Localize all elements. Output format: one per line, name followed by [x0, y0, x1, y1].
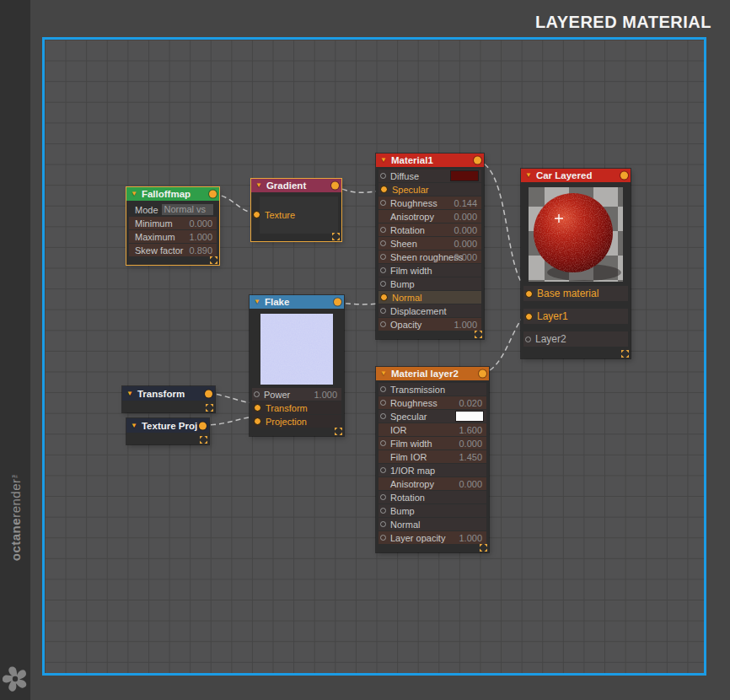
param-row-transform[interactable]: Transform: [252, 401, 341, 414]
input-pin[interactable]: [525, 313, 533, 320]
collapse-triangle-icon[interactable]: ▼: [131, 423, 137, 429]
input-pin[interactable]: [380, 494, 386, 500]
input-pin[interactable]: [380, 293, 388, 301]
output-pin[interactable]: [331, 182, 339, 190]
collapse-triangle-icon[interactable]: ▼: [131, 191, 137, 197]
param-row-skew-factor[interactable]: Skew factor 0.890: [129, 244, 217, 256]
node-gradient-header[interactable]: ▼ Gradient: [251, 179, 341, 192]
param-value[interactable]: 0.000: [454, 225, 477, 235]
param-row-rotation[interactable]: Rotation: [378, 491, 486, 503]
param-row-texture[interactable]: Texture: [251, 208, 341, 221]
input-pin[interactable]: [380, 321, 386, 327]
param-row-bump[interactable]: Bump: [378, 504, 486, 517]
param-row-roughness[interactable]: Roughness 0.020: [378, 396, 486, 409]
param-value[interactable]: 0.000: [189, 218, 212, 229]
param-value[interactable]: 1.000: [459, 533, 482, 543]
param-row-film-width[interactable]: Film width 0.000: [378, 437, 486, 450]
resize-icon[interactable]: [480, 544, 487, 552]
param-row-projection[interactable]: Projection: [252, 415, 341, 428]
param-row-normal[interactable]: Normal: [378, 518, 486, 530]
param-row-bump[interactable]: Bump: [378, 277, 481, 290]
node-gradient[interactable]: ▼ Gradient Texture: [251, 179, 341, 241]
param-value[interactable]: 0.020: [459, 398, 482, 408]
resize-icon[interactable]: [332, 233, 340, 240]
collapse-triangle-icon[interactable]: ▼: [380, 157, 387, 164]
param-value[interactable]: 1.450: [459, 452, 482, 462]
param-row-diffuse[interactable]: Diffuse: [378, 170, 481, 182]
param-row-base-material[interactable]: Base material: [523, 286, 628, 301]
input-pin[interactable]: [380, 267, 386, 273]
output-pin[interactable]: [620, 172, 628, 180]
input-pin[interactable]: [380, 413, 386, 419]
input-pin[interactable]: [380, 535, 386, 541]
param-row-layer2[interactable]: Layer2: [523, 331, 628, 347]
input-pin[interactable]: [380, 440, 386, 446]
input-pin[interactable]: [380, 400, 386, 406]
param-row-displacement[interactable]: Displacement: [378, 304, 481, 317]
node-falloffmap-header[interactable]: ▼ Falloffmap: [126, 187, 219, 201]
resize-icon[interactable]: [335, 428, 342, 435]
mode-dropdown[interactable]: Normal vs: [162, 204, 213, 215]
node-flake-header[interactable]: ▼ Flake: [250, 295, 344, 309]
input-pin[interactable]: [380, 240, 386, 246]
param-row-roughness[interactable]: Roughness 0.144: [378, 197, 481, 209]
param-value[interactable]: 0.000: [459, 479, 482, 489]
collapse-triangle-icon[interactable]: ▼: [255, 182, 262, 189]
param-value[interactable]: 1.000: [454, 320, 477, 330]
param-row-ior[interactable]: IOR 1.600: [378, 423, 486, 436]
node-material1[interactable]: ▼ Material1 Diffuse Specular Roughness 0…: [376, 153, 484, 339]
node-material-layer2[interactable]: ▼ Material layer2 Transmission Roughness…: [376, 367, 489, 552]
collapse-triangle-icon[interactable]: ▼: [525, 172, 532, 179]
input-pin[interactable]: [254, 417, 261, 425]
collapse-triangle-icon[interactable]: ▼: [380, 370, 387, 377]
input-pin[interactable]: [380, 254, 386, 260]
node-car-layered-header[interactable]: ▼ Car Layered: [521, 169, 631, 182]
param-row-anisotropy[interactable]: Anisotropy 0.000: [378, 477, 486, 490]
param-value[interactable]: 1.600: [459, 425, 482, 435]
param-row-layer-opacity[interactable]: Layer opacity 1.000: [378, 531, 486, 544]
param-row-specular[interactable]: Specular: [378, 183, 481, 196]
param-value[interactable]: 0.000: [459, 439, 482, 449]
input-pin[interactable]: [254, 391, 260, 397]
input-pin[interactable]: [254, 404, 261, 412]
resize-icon[interactable]: [210, 256, 217, 264]
resize-icon[interactable]: [621, 350, 629, 358]
node-texture-proj[interactable]: ▼ Texture Proj: [126, 418, 209, 444]
output-pin[interactable]: [474, 157, 481, 164]
input-pin[interactable]: [380, 521, 386, 527]
param-value[interactable]: 1.000: [189, 232, 212, 242]
param-value[interactable]: 0.144: [454, 198, 477, 208]
param-row-mode[interactable]: Mode Normal vs: [129, 203, 217, 216]
input-pin[interactable]: [380, 200, 386, 206]
input-pin[interactable]: [380, 386, 386, 392]
param-row-sheen[interactable]: Sheen 0.000: [378, 237, 481, 250]
param-row-power[interactable]: Power 1.000: [252, 388, 341, 401]
node-flake[interactable]: ▼ Flake Power 1.000 Transform: [250, 295, 344, 436]
param-row-film-ior[interactable]: Film IOR 1.450: [378, 450, 486, 463]
input-pin[interactable]: [253, 211, 260, 218]
input-pin[interactable]: [380, 173, 386, 179]
node-transform-header[interactable]: ▼ Transform: [122, 386, 215, 401]
node-texture-proj-header[interactable]: ▼ Texture Proj: [126, 418, 209, 433]
resize-icon[interactable]: [200, 436, 207, 444]
param-row-opacity[interactable]: Opacity 1.000: [378, 318, 481, 331]
input-pin[interactable]: [380, 227, 386, 233]
output-pin[interactable]: [205, 390, 212, 397]
input-pin[interactable]: [380, 467, 386, 473]
input-pin[interactable]: [380, 308, 386, 314]
input-pin[interactable]: [380, 186, 388, 193]
output-pin[interactable]: [209, 191, 217, 198]
collapse-triangle-icon[interactable]: ▼: [126, 390, 133, 397]
param-row-sheen-roughness[interactable]: Sheen roughness 0.000: [378, 250, 481, 263]
param-row-film-width[interactable]: Film width: [378, 264, 481, 277]
param-row-layer1[interactable]: Layer1: [523, 309, 628, 324]
node-material-layer2-header[interactable]: ▼ Material layer2: [376, 367, 489, 380]
param-row-1-ior-map[interactable]: 1/IOR map: [378, 464, 486, 477]
resize-icon[interactable]: [206, 404, 213, 412]
param-row-rotation[interactable]: Rotation 0.000: [378, 223, 481, 236]
node-falloffmap[interactable]: ▼ Falloffmap Mode Normal vs Minimum 0.00…: [126, 187, 219, 265]
param-value[interactable]: 0.890: [189, 245, 212, 256]
node-car-layered[interactable]: ▼ Car Layered: [521, 169, 631, 358]
input-pin[interactable]: [525, 290, 533, 298]
param-row-anisotropy[interactable]: Anisotropy 0.000: [378, 210, 481, 223]
